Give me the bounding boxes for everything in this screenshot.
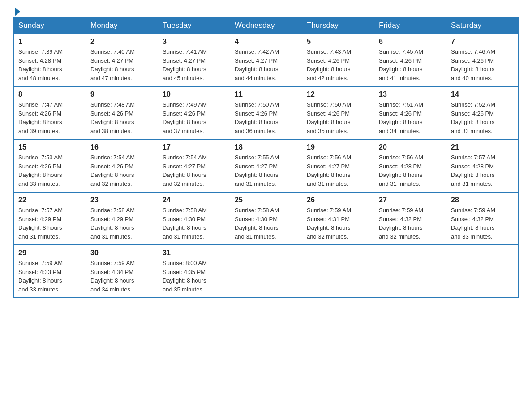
day-number: 24	[163, 196, 225, 204]
day-info: Sunrise: 7:50 AM Sunset: 4:26 PM Dayligh…	[307, 100, 369, 135]
day-info: Sunrise: 7:59 AM Sunset: 4:32 PM Dayligh…	[451, 206, 514, 241]
calendar-cell: 29 Sunrise: 7:59 AM Sunset: 4:33 PM Dayl…	[14, 245, 86, 298]
day-number: 11	[235, 90, 297, 98]
calendar-cell: 10 Sunrise: 7:49 AM Sunset: 4:26 PM Dayl…	[158, 86, 230, 139]
day-info: Sunrise: 7:58 AM Sunset: 4:29 PM Dayligh…	[90, 206, 153, 241]
day-info: Sunrise: 7:59 AM Sunset: 4:31 PM Dayligh…	[307, 206, 369, 241]
calendar-cell: 24 Sunrise: 7:58 AM Sunset: 4:30 PM Dayl…	[158, 192, 230, 245]
day-info: Sunrise: 7:59 AM Sunset: 4:32 PM Dayligh…	[379, 206, 442, 241]
calendar-cell: 15 Sunrise: 7:53 AM Sunset: 4:26 PM Dayl…	[14, 139, 86, 192]
day-number: 3	[163, 38, 225, 46]
calendar-cell: 28 Sunrise: 7:59 AM Sunset: 4:32 PM Dayl…	[446, 192, 519, 245]
week-row-1: 1 Sunrise: 7:39 AM Sunset: 4:28 PM Dayli…	[14, 34, 519, 87]
day-number: 17	[163, 143, 225, 151]
header-friday: Friday	[374, 17, 446, 34]
day-number: 21	[451, 143, 514, 151]
day-info: Sunrise: 7:39 AM Sunset: 4:28 PM Dayligh…	[18, 47, 81, 82]
calendar-header-row: SundayMondayTuesdayWednesdayThursdayFrid…	[14, 17, 519, 34]
day-number: 14	[451, 90, 514, 98]
calendar-cell: 20 Sunrise: 7:56 AM Sunset: 4:28 PM Dayl…	[374, 139, 446, 192]
calendar-cell: 13 Sunrise: 7:51 AM Sunset: 4:26 PM Dayl…	[374, 86, 446, 139]
calendar-cell: 25 Sunrise: 7:58 AM Sunset: 4:30 PM Dayl…	[230, 192, 302, 245]
page-header	[13, 9, 519, 13]
day-number: 4	[235, 38, 297, 46]
day-number: 12	[307, 90, 369, 98]
day-number: 15	[18, 143, 81, 151]
day-info: Sunrise: 7:59 AM Sunset: 4:34 PM Dayligh…	[90, 259, 153, 294]
calendar-cell: 11 Sunrise: 7:50 AM Sunset: 4:26 PM Dayl…	[230, 86, 302, 139]
day-number: 30	[90, 249, 153, 257]
day-number: 31	[163, 249, 225, 257]
calendar-table: SundayMondayTuesdayWednesdayThursdayFrid…	[13, 17, 519, 298]
calendar-cell: 4 Sunrise: 7:42 AM Sunset: 4:27 PM Dayli…	[230, 34, 302, 87]
calendar-cell: 6 Sunrise: 7:45 AM Sunset: 4:26 PM Dayli…	[374, 34, 446, 87]
day-info: Sunrise: 7:57 AM Sunset: 4:29 PM Dayligh…	[18, 206, 81, 241]
calendar-cell: 2 Sunrise: 7:40 AM Sunset: 4:27 PM Dayli…	[86, 34, 158, 87]
day-info: Sunrise: 7:56 AM Sunset: 4:27 PM Dayligh…	[307, 153, 369, 188]
calendar-cell: 27 Sunrise: 7:59 AM Sunset: 4:32 PM Dayl…	[374, 192, 446, 245]
calendar-cell: 16 Sunrise: 7:54 AM Sunset: 4:26 PM Dayl…	[86, 139, 158, 192]
calendar-cell: 12 Sunrise: 7:50 AM Sunset: 4:26 PM Dayl…	[302, 86, 374, 139]
day-number: 1	[18, 38, 81, 46]
day-number: 18	[235, 143, 297, 151]
calendar-cell: 9 Sunrise: 7:48 AM Sunset: 4:26 PM Dayli…	[86, 86, 158, 139]
calendar-cell: 8 Sunrise: 7:47 AM Sunset: 4:26 PM Dayli…	[14, 86, 86, 139]
day-number: 5	[307, 38, 369, 46]
day-info: Sunrise: 7:43 AM Sunset: 4:26 PM Dayligh…	[307, 47, 369, 82]
week-row-4: 22 Sunrise: 7:57 AM Sunset: 4:29 PM Dayl…	[14, 192, 519, 245]
day-info: Sunrise: 7:42 AM Sunset: 4:27 PM Dayligh…	[235, 47, 297, 82]
header-thursday: Thursday	[302, 17, 374, 34]
day-number: 22	[18, 196, 81, 204]
week-row-3: 15 Sunrise: 7:53 AM Sunset: 4:26 PM Dayl…	[14, 139, 519, 192]
calendar-cell: 21 Sunrise: 7:57 AM Sunset: 4:28 PM Dayl…	[446, 139, 519, 192]
calendar-cell: 31 Sunrise: 8:00 AM Sunset: 4:35 PM Dayl…	[158, 245, 230, 298]
day-info: Sunrise: 7:56 AM Sunset: 4:28 PM Dayligh…	[379, 153, 442, 188]
day-info: Sunrise: 7:49 AM Sunset: 4:26 PM Dayligh…	[163, 100, 225, 135]
day-number: 10	[163, 90, 225, 98]
day-number: 29	[18, 249, 81, 257]
header-sunday: Sunday	[14, 17, 86, 34]
calendar-cell: 17 Sunrise: 7:54 AM Sunset: 4:27 PM Dayl…	[158, 139, 230, 192]
day-number: 7	[451, 38, 514, 46]
day-number: 19	[307, 143, 369, 151]
day-info: Sunrise: 7:41 AM Sunset: 4:27 PM Dayligh…	[163, 47, 225, 82]
header-wednesday: Wednesday	[230, 17, 302, 34]
day-number: 9	[90, 90, 153, 98]
calendar-cell: 19 Sunrise: 7:56 AM Sunset: 4:27 PM Dayl…	[302, 139, 374, 192]
calendar-cell: 3 Sunrise: 7:41 AM Sunset: 4:27 PM Dayli…	[158, 34, 230, 87]
calendar-cell: 22 Sunrise: 7:57 AM Sunset: 4:29 PM Dayl…	[14, 192, 86, 245]
day-number: 20	[379, 143, 442, 151]
calendar-cell	[374, 245, 446, 298]
calendar-cell: 26 Sunrise: 7:59 AM Sunset: 4:31 PM Dayl…	[302, 192, 374, 245]
logo	[13, 9, 20, 13]
header-tuesday: Tuesday	[158, 17, 230, 34]
calendar-cell: 7 Sunrise: 7:46 AM Sunset: 4:26 PM Dayli…	[446, 34, 519, 87]
day-number: 2	[90, 38, 153, 46]
day-info: Sunrise: 7:52 AM Sunset: 4:26 PM Dayligh…	[451, 100, 514, 135]
day-info: Sunrise: 7:46 AM Sunset: 4:26 PM Dayligh…	[451, 47, 514, 82]
day-info: Sunrise: 7:45 AM Sunset: 4:26 PM Dayligh…	[379, 47, 442, 82]
logo-arrow-icon	[15, 7, 20, 16]
day-info: Sunrise: 7:55 AM Sunset: 4:27 PM Dayligh…	[235, 153, 297, 188]
calendar-cell: 18 Sunrise: 7:55 AM Sunset: 4:27 PM Dayl…	[230, 139, 302, 192]
logo-text	[13, 9, 20, 16]
day-number: 16	[90, 143, 153, 151]
calendar-cell: 1 Sunrise: 7:39 AM Sunset: 4:28 PM Dayli…	[14, 34, 86, 87]
day-info: Sunrise: 7:40 AM Sunset: 4:27 PM Dayligh…	[90, 47, 153, 82]
calendar-cell: 30 Sunrise: 7:59 AM Sunset: 4:34 PM Dayl…	[86, 245, 158, 298]
calendar-cell: 23 Sunrise: 7:58 AM Sunset: 4:29 PM Dayl…	[86, 192, 158, 245]
header-saturday: Saturday	[446, 17, 519, 34]
header-monday: Monday	[86, 17, 158, 34]
day-info: Sunrise: 7:47 AM Sunset: 4:26 PM Dayligh…	[18, 100, 81, 135]
day-number: 23	[90, 196, 153, 204]
calendar-cell: 14 Sunrise: 7:52 AM Sunset: 4:26 PM Dayl…	[446, 86, 519, 139]
day-info: Sunrise: 7:50 AM Sunset: 4:26 PM Dayligh…	[235, 100, 297, 135]
day-info: Sunrise: 7:57 AM Sunset: 4:28 PM Dayligh…	[451, 153, 514, 188]
day-info: Sunrise: 7:58 AM Sunset: 4:30 PM Dayligh…	[235, 206, 297, 241]
day-info: Sunrise: 8:00 AM Sunset: 4:35 PM Dayligh…	[163, 259, 225, 294]
day-number: 27	[379, 196, 442, 204]
day-info: Sunrise: 7:58 AM Sunset: 4:30 PM Dayligh…	[163, 206, 225, 241]
day-number: 13	[379, 90, 442, 98]
day-number: 26	[307, 196, 369, 204]
day-info: Sunrise: 7:53 AM Sunset: 4:26 PM Dayligh…	[18, 153, 81, 188]
